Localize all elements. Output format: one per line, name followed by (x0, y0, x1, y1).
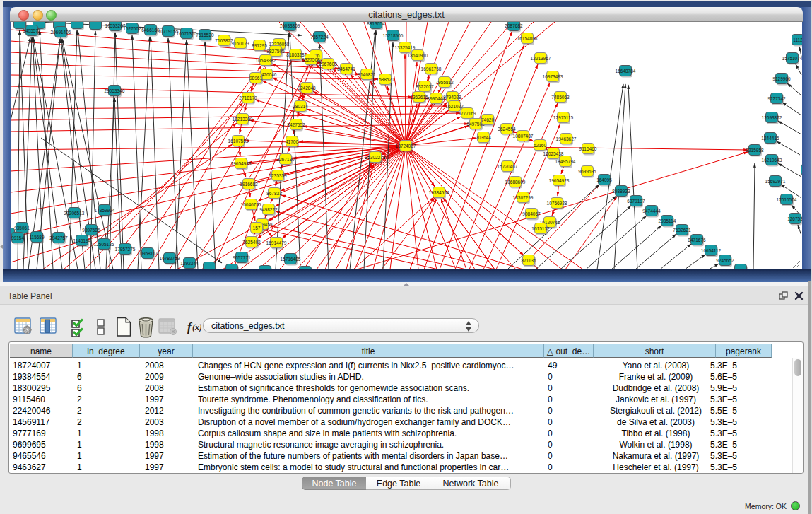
svg-text:164095: 164095 (596, 177, 612, 182)
svg-text:2942757: 2942757 (49, 235, 68, 240)
svg-text:8454749: 8454749 (337, 66, 355, 71)
svg-text:8186328: 8186328 (286, 52, 305, 57)
svg-text:12213967: 12213967 (531, 56, 551, 61)
svg-text:15720407: 15720407 (498, 164, 518, 169)
svg-text:15692971: 15692971 (765, 179, 786, 184)
svg-text:7625402: 7625402 (242, 240, 261, 245)
svg-text:19654983: 19654983 (231, 161, 252, 166)
svg-text:1405572: 1405572 (23, 28, 41, 33)
svg-text:9115460: 9115460 (579, 146, 597, 151)
svg-text:8471676: 8471676 (688, 238, 706, 243)
svg-text:16154808: 16154808 (517, 36, 538, 41)
svg-text:9777169: 9777169 (458, 111, 476, 116)
svg-text:17957275: 17957275 (115, 247, 136, 252)
svg-text:6466160: 6466160 (141, 28, 160, 33)
svg-text:16648784: 16648784 (616, 69, 636, 74)
svg-text:10688609: 10688609 (505, 180, 526, 185)
svg-text:891295: 891295 (252, 43, 267, 48)
svg-text:1235359: 1235359 (269, 173, 287, 178)
svg-text:1292344: 1292344 (180, 261, 199, 266)
svg-text:16033809: 16033809 (280, 23, 300, 28)
svg-text:18724007: 18724007 (396, 144, 416, 148)
svg-text:115689: 115689 (29, 235, 45, 240)
svg-text:9474444: 9474444 (642, 209, 661, 214)
svg-text:13325419: 13325419 (395, 45, 416, 50)
svg-text:1145194: 1145194 (73, 238, 91, 243)
svg-text:62160: 62160 (534, 143, 546, 148)
svg-text:2967608: 2967608 (319, 62, 337, 66)
svg-text:16671355: 16671355 (177, 31, 197, 36)
svg-text:20691406: 20691406 (51, 30, 71, 35)
svg-text:9827505: 9827505 (266, 49, 285, 54)
svg-text:9327508: 9327508 (302, 57, 320, 62)
svg-text:203644: 203644 (476, 135, 491, 140)
svg-text:871136: 871136 (521, 258, 536, 263)
svg-text:16961758: 16961758 (421, 66, 442, 71)
svg-text:9657771: 9657771 (233, 255, 251, 260)
svg-text:1112: 1112 (793, 37, 802, 42)
svg-text:99154: 99154 (11, 235, 24, 240)
svg-text:10958117: 10958117 (138, 251, 158, 256)
svg-text:8427552: 8427552 (287, 122, 305, 127)
svg-text:157: 157 (253, 226, 261, 230)
svg-text:8215958: 8215958 (746, 148, 764, 153)
svg-text:18307299: 18307299 (513, 195, 534, 200)
svg-text:10973493: 10973493 (543, 74, 563, 79)
svg-text:1244415: 1244415 (761, 136, 779, 141)
svg-text:2718170: 2718170 (239, 95, 257, 100)
svg-text:9146821: 9146821 (358, 72, 376, 77)
svg-text:9227342: 9227342 (767, 96, 786, 101)
svg-text:19654923: 19654923 (549, 178, 570, 183)
svg-text:10807487: 10807487 (513, 134, 534, 139)
svg-text:1615132: 1615132 (531, 226, 550, 231)
svg-text:20206513: 20206513 (64, 211, 85, 216)
svg-text:7515520: 7515520 (196, 33, 214, 37)
svg-text:1588520: 1588520 (376, 77, 394, 82)
svg-text:7632621: 7632621 (673, 228, 691, 233)
svg-text:7485063: 7485063 (551, 95, 570, 100)
svg-text:10543382: 10543382 (256, 58, 276, 63)
svg-text:935061: 935061 (14, 226, 30, 230)
svg-text:1916682: 1916682 (240, 182, 258, 187)
svg-text:10046755: 10046755 (241, 202, 261, 207)
svg-text:7357224: 7357224 (310, 35, 329, 40)
svg-text:15751074: 15751074 (782, 56, 802, 61)
svg-text:(x): (x) (192, 322, 201, 332)
svg-text:7955812: 7955812 (435, 80, 454, 85)
svg-text:9129966: 9129966 (772, 76, 791, 81)
svg-text:9699695: 9699695 (578, 169, 596, 174)
svg-text:10025438: 10025438 (543, 151, 564, 156)
svg-text:9160123: 9160123 (231, 41, 249, 46)
svg-text:15716485: 15716485 (281, 257, 301, 262)
svg-text:16782759: 16782759 (160, 256, 180, 261)
svg-text:8322037: 8322037 (416, 84, 434, 89)
svg-text:12975115: 12975115 (553, 115, 574, 120)
svg-text:19384554: 19384554 (429, 190, 449, 195)
svg-text:10756928: 10756928 (547, 201, 567, 206)
svg-text:3267130: 3267130 (276, 157, 295, 162)
svg-text:280314: 280314 (293, 104, 308, 109)
svg-text:12093872: 12093872 (762, 115, 782, 120)
svg-text:6879197: 6879197 (627, 199, 645, 204)
svg-text:16914479: 16914479 (266, 240, 287, 245)
svg-text:16210643: 16210643 (762, 158, 782, 163)
svg-text:74620: 74620 (481, 117, 494, 122)
svg-text:9084067: 9084067 (522, 211, 541, 216)
svg-text:867833: 867833 (266, 191, 282, 196)
svg-text:8813054: 8813054 (367, 22, 385, 26)
svg-text:16107553: 16107553 (228, 139, 249, 144)
svg-text:19463627: 19463627 (556, 136, 577, 141)
svg-text:7163822: 7163822 (215, 38, 233, 43)
svg-text:3624554: 3624554 (498, 127, 516, 132)
svg-text:9245652: 9245652 (716, 258, 734, 263)
svg-text:9242848: 9242848 (298, 86, 316, 90)
svg-text:1527602: 1527602 (123, 26, 141, 31)
svg-text:9397586: 9397586 (82, 228, 100, 233)
svg-text:98961: 98961 (249, 76, 262, 81)
svg-text:18640910: 18640910 (408, 53, 428, 58)
svg-text:1362615: 1362615 (410, 95, 428, 100)
svg-text:9498222: 9498222 (259, 207, 278, 212)
svg-text:12505135: 12505135 (94, 242, 114, 247)
svg-text:10654112: 10654112 (701, 248, 722, 253)
svg-text:2087682: 2087682 (505, 23, 523, 28)
